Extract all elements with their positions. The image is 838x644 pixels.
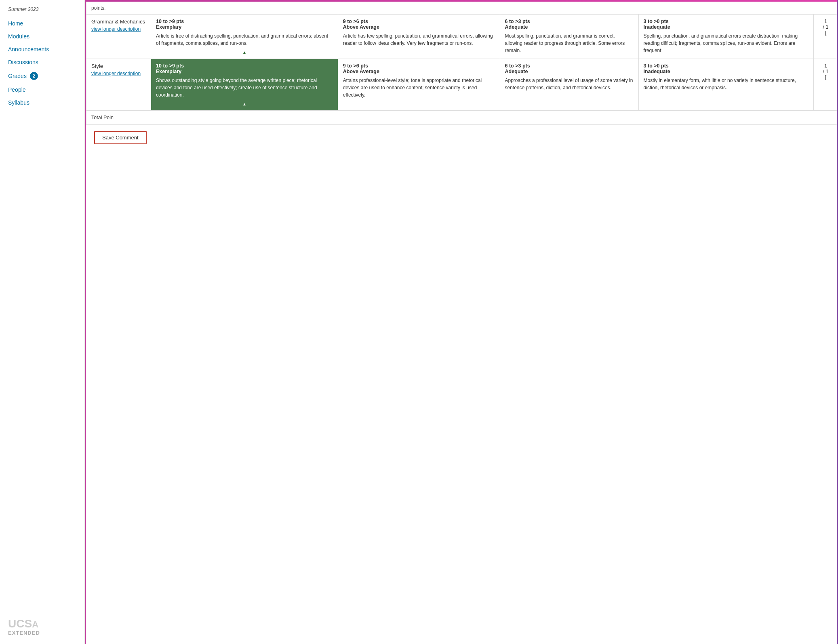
total-label: Total Poin (86, 111, 838, 125)
rating-cell-style-exemplary[interactable]: 10 to >9 pts Exemplary Shows outstanding… (151, 59, 338, 111)
score-total: / 1 (819, 69, 833, 74)
rating-desc: Shows outstanding style going beyond the… (156, 77, 333, 99)
rating-pts: 3 to >0 pts (644, 19, 669, 24)
rating-cell-style-above-average[interactable]: 9 to >6 pts Above Average Attains profes… (338, 59, 500, 111)
rating-pts: 9 to >6 pts (343, 63, 368, 69)
score-extra: [ (819, 30, 833, 36)
total-row: Total Poin (86, 111, 838, 125)
rating-desc: Approaches a professional level of usage… (505, 77, 634, 91)
save-comment-button[interactable]: Save Comment (94, 131, 147, 144)
criterion-link-grammar[interactable]: view longer description (91, 26, 141, 32)
sidebar-item-modules[interactable]: Modules (8, 30, 84, 43)
rating-tier: Above Average (343, 69, 495, 74)
rating-desc: Spelling, punctuation, and grammatical e… (644, 32, 809, 54)
rating-pts: 6 to >3 pts (505, 19, 530, 24)
rating-desc: Article has few spelling, punctuation, a… (343, 32, 495, 47)
rating-tier: Inadequate (644, 69, 809, 74)
grades-badge: 2 (30, 72, 38, 80)
sidebar-item-home[interactable]: Home (8, 17, 84, 30)
sidebar-logo: UCSA EXTENDED (0, 610, 84, 644)
rating-desc: Mostly in elementary form, with little o… (644, 77, 809, 91)
criterion-link-style[interactable]: view longer description (91, 71, 141, 76)
partial-row-text: points. (86, 2, 838, 15)
triangle-icon-style-exemplary: ▲ (156, 102, 333, 106)
score-cell-grammar: 1 / 1 [ (814, 15, 838, 59)
rating-cell-style-inadequate[interactable]: 3 to >0 pts Inadequate Mostly in element… (638, 59, 813, 111)
rating-cell-grammar-above-average[interactable]: 9 to >6 pts Above Average Article has fe… (338, 15, 500, 59)
partial-row: points. (86, 2, 838, 15)
rating-tier: Inadequate (644, 24, 809, 30)
save-comment-area: Save Comment (86, 125, 838, 150)
rating-desc: Most spelling, punctuation, and grammar … (505, 32, 634, 54)
criterion-name-grammar: Grammar & Mechanics (91, 19, 146, 25)
extended-label: EXTENDED (8, 630, 76, 636)
rating-desc: Article is free of distracting spelling,… (156, 32, 333, 47)
rating-cell-grammar-adequate[interactable]: 6 to >3 pts Adequate Most spelling, punc… (500, 15, 638, 59)
course-label: Summer 2023 (0, 0, 84, 17)
score-cell-style: 1 / 1 [ (814, 59, 838, 111)
rating-cell-style-adequate[interactable]: 6 to >3 pts Adequate Approaches a profes… (500, 59, 638, 111)
criterion-cell-grammar: Grammar & Mechanics view longer descript… (86, 15, 151, 59)
sidebar-item-discussions[interactable]: Discussions (8, 56, 84, 69)
rating-cell-grammar-inadequate[interactable]: 3 to >0 pts Inadequate Spelling, punctua… (638, 15, 813, 59)
rating-tier: Exemplary (156, 69, 333, 74)
sidebar-nav: Home Modules Announcements Discussions G… (0, 17, 84, 109)
rating-pts: 3 to >0 pts (644, 63, 669, 69)
rubric-area: points. Grammar & Mechanics view longer … (86, 2, 838, 166)
rating-pts: 10 to >9 pts (156, 63, 184, 69)
logo-text: UCSA (8, 618, 76, 630)
sidebar: Summer 2023 Home Modules Announcements D… (0, 0, 85, 644)
sidebar-item-announcements[interactable]: Announcements (8, 43, 84, 56)
criterion-cell-style: Style view longer description (86, 59, 151, 111)
rating-pts: 10 to >9 pts (156, 19, 184, 24)
rating-cell-grammar-exemplary[interactable]: 10 to >9 pts Exemplary Article is free o… (151, 15, 338, 59)
table-row: Grammar & Mechanics view longer descript… (86, 15, 838, 59)
sidebar-item-syllabus[interactable]: Syllabus (8, 96, 84, 109)
criterion-name-style: Style (91, 63, 146, 69)
score-extra: [ (819, 74, 833, 80)
rating-pts: 6 to >3 pts (505, 63, 530, 69)
score-value: 1 (819, 63, 833, 69)
rating-tier: Adequate (505, 24, 634, 30)
sidebar-item-people[interactable]: People (8, 83, 84, 96)
rating-tier: Adequate (505, 69, 634, 74)
rating-tier: Exemplary (156, 24, 333, 30)
score-value: 1 (819, 19, 833, 24)
main-content: points. Grammar & Mechanics view longer … (86, 0, 838, 644)
rubric-table: points. Grammar & Mechanics view longer … (86, 2, 838, 125)
rating-tier: Above Average (343, 24, 495, 30)
rating-pts: 9 to >6 pts (343, 19, 368, 24)
table-row: Style view longer description 10 to >9 p… (86, 59, 838, 111)
sidebar-item-grades[interactable]: Grades 2 (8, 69, 84, 83)
score-total: / 1 (819, 24, 833, 30)
rating-desc: Attains professional-level style; tone i… (343, 77, 495, 99)
triangle-icon-grammar-exemplary: ▲ (156, 50, 333, 55)
